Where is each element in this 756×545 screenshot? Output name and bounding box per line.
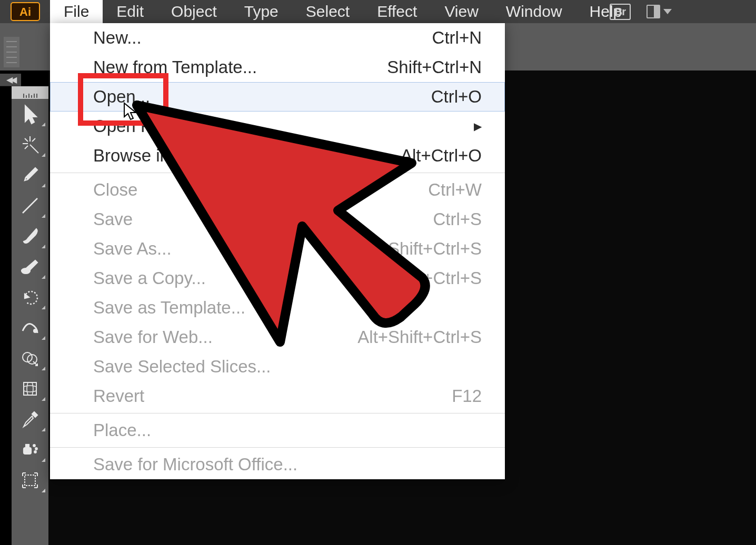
svg-line-2 [30, 145, 38, 153]
shape-builder-tool[interactable] [12, 343, 48, 374]
svg-rect-14 [24, 382, 36, 395]
file-menu-item-save-selected-slices: Save Selected Slices... [50, 352, 505, 381]
line-tool[interactable] [12, 190, 48, 221]
pen-tool[interactable] [12, 160, 48, 190]
file-menu-item-save-for-microsoft-office: Save for Microsoft Office... [50, 450, 505, 479]
menu-item-label: Save a Copy... [93, 268, 206, 288]
rotate-tool[interactable] [12, 282, 48, 312]
flyout-indicator-icon [42, 367, 45, 370]
flyout-indicator-icon [42, 184, 45, 187]
menu-item-label: Revert [93, 386, 144, 406]
ruler-origin-icon [12, 86, 48, 99]
paintbrush-tool[interactable] [12, 221, 48, 251]
svg-line-7 [25, 146, 28, 149]
tools-panel [12, 86, 48, 545]
svg-point-18 [35, 448, 37, 450]
svg-rect-15 [24, 448, 31, 454]
workspace-switcher[interactable] [646, 3, 672, 21]
svg-point-17 [33, 445, 35, 447]
menu-item-label: Place... [93, 420, 151, 440]
file-menu-item-place: Place... [50, 416, 505, 445]
menu-item-label: Open... [93, 87, 150, 107]
file-menu-item-save-as: Save As...Shift+Ctrl+S [50, 234, 505, 264]
menu-item-shortcut: Alt+Ctrl+O [401, 146, 482, 166]
flyout-indicator-icon [42, 458, 45, 462]
menu-item-label: New... [93, 28, 142, 48]
menu-item-label: Browse in Bridge... [93, 146, 239, 166]
menu-item-shortcut: Ctrl+S [433, 209, 482, 229]
menu-item-shortcut: Ctrl+O [431, 87, 482, 107]
file-menu-item-save-for-web: Save for Web...Alt+Shift+Ctrl+S [50, 322, 505, 352]
file-menu-item-save-a-copy: Save a Copy...Alt+Ctrl+S [50, 264, 505, 293]
menu-item-label: New from Template... [93, 57, 257, 77]
width-tool[interactable] [12, 312, 48, 343]
bridge-icon[interactable]: Br [610, 4, 631, 20]
menu-item-label: Save As... [93, 239, 172, 259]
svg-point-11 [34, 329, 37, 332]
app-root: Ai FileEditObjectTypeSelectEffectViewWin… [0, 0, 756, 545]
svg-line-5 [25, 138, 28, 142]
flyout-indicator-icon [42, 336, 45, 340]
file-menu-item-open-recent-files[interactable]: Open Recent Files▶ [50, 112, 505, 141]
svg-rect-20 [25, 475, 35, 486]
flyout-indicator-icon [42, 214, 45, 218]
menu-object[interactable]: Object [157, 0, 231, 23]
artboard-tool[interactable] [12, 465, 48, 496]
menu-item-label: Save Selected Slices... [93, 357, 271, 377]
menu-item-label: Save as Template... [93, 298, 245, 318]
menu-item-shortcut: Shift+Ctrl+S [388, 239, 482, 259]
menubar-right-controls: Br [610, 0, 672, 23]
svg-line-6 [32, 138, 35, 142]
symbol-sprayer-tool[interactable] [12, 435, 48, 465]
menu-item-label: Close [93, 180, 137, 200]
file-menu-item-close: CloseCtrl+W [50, 175, 505, 205]
menu-select[interactable]: Select [292, 0, 363, 23]
menu-item-shortcut: Shift+Ctrl+N [387, 57, 482, 77]
menu-item-shortcut: F12 [452, 386, 482, 406]
menu-separator [50, 173, 505, 173]
app-logo-icon: Ai [0, 0, 50, 23]
file-menu-item-new[interactable]: New...Ctrl+N [50, 23, 505, 53]
file-menu-item-open[interactable]: Open...Ctrl+O [50, 82, 505, 112]
flyout-indicator-icon [42, 489, 45, 492]
file-menu-item-save: SaveCtrl+S [50, 205, 505, 234]
menu-window[interactable]: Window [492, 0, 576, 23]
menu-effect[interactable]: Effect [363, 0, 431, 23]
svg-point-10 [22, 268, 30, 274]
menu-type[interactable]: Type [231, 0, 292, 23]
menu-separator [50, 413, 505, 413]
submenu-arrow-icon: ▶ [474, 120, 482, 133]
menu-item-shortcut: Alt+Shift+Ctrl+S [357, 327, 482, 347]
flyout-indicator-icon [42, 123, 45, 126]
menu-item-label: Open Recent Files [93, 116, 237, 136]
menu-file[interactable]: File [50, 0, 103, 23]
flyout-indicator-icon [42, 428, 45, 431]
flyout-indicator-icon [42, 245, 45, 248]
svg-point-8 [25, 178, 27, 180]
svg-point-19 [34, 451, 36, 453]
menubar: Ai FileEditObjectTypeSelectEffectViewWin… [0, 0, 756, 23]
file-menu-item-new-from-template[interactable]: New from Template...Shift+Ctrl+N [50, 53, 505, 82]
menu-edit[interactable]: Edit [103, 0, 157, 23]
svg-line-9 [23, 198, 37, 213]
menu-item-label: Save for Web... [93, 327, 213, 347]
collapse-panel-button[interactable]: ◀◀ [0, 74, 21, 86]
flyout-indicator-icon [42, 397, 45, 401]
blob-brush-tool[interactable] [12, 251, 48, 282]
file-menu-item-browse-in-bridge[interactable]: Browse in Bridge...Alt+Ctrl+O [50, 141, 505, 170]
eyedropper-tool[interactable] [12, 404, 48, 435]
file-menu-item-save-as-template: Save as Template... [50, 293, 505, 322]
panel-grip-icon [4, 37, 19, 67]
menu-item-shortcut: Alt+Ctrl+S [403, 268, 482, 288]
mesh-tool[interactable] [12, 374, 48, 404]
menu-separator [50, 447, 505, 448]
menu-item-shortcut: Ctrl+N [432, 28, 482, 48]
menu-item-label: Save for Microsoft Office... [93, 455, 297, 475]
svg-text:Ai: Ai [19, 5, 31, 18]
magic-wand-tool[interactable] [12, 129, 48, 160]
flyout-indicator-icon [42, 153, 45, 157]
flyout-indicator-icon [42, 275, 45, 279]
selection-tool[interactable] [12, 99, 48, 129]
menu-view[interactable]: View [431, 0, 492, 23]
svg-rect-16 [26, 445, 29, 448]
